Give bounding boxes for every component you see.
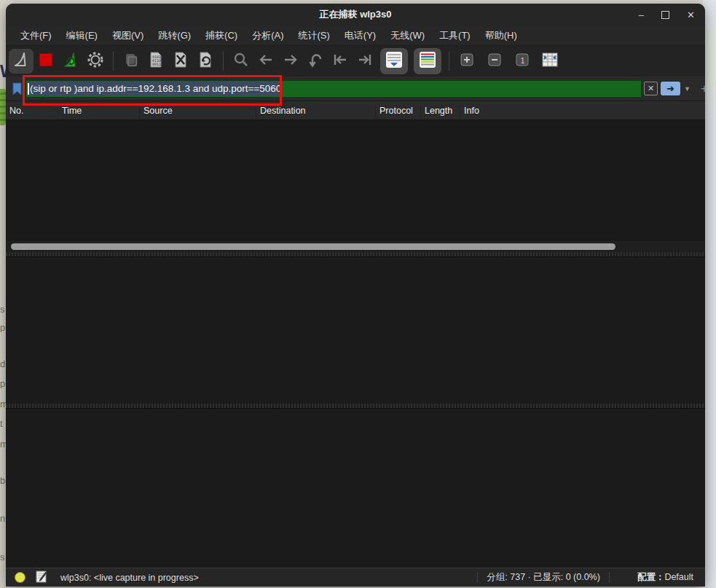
column-header-info[interactable]: Info bbox=[460, 106, 705, 119]
stop-capture-button[interactable] bbox=[34, 49, 58, 74]
menu-file[interactable]: 文件(F) bbox=[13, 27, 59, 44]
minimize-button[interactable]: – bbox=[639, 10, 644, 20]
zoom-in-button[interactable] bbox=[455, 49, 479, 74]
packet-list-header: No. Time Source Destination Protocol Len… bbox=[6, 101, 705, 120]
search-icon bbox=[232, 51, 250, 71]
column-header-no[interactable]: No. bbox=[6, 106, 58, 119]
desktop-background bbox=[705, 29, 716, 568]
arrow-left-icon bbox=[257, 51, 275, 71]
title-bar[interactable]: 正在捕获 wlp3s0 – ✕ bbox=[6, 4, 705, 26]
resize-columns-icon bbox=[541, 51, 559, 71]
auto-scroll-button[interactable] bbox=[380, 48, 408, 74]
auto-scroll-icon bbox=[385, 50, 404, 72]
reload-file-button[interactable] bbox=[193, 49, 218, 74]
close-button[interactable]: ✕ bbox=[687, 10, 695, 20]
column-header-destination[interactable]: Destination bbox=[256, 106, 376, 119]
filter-expression: (sip or rtp )and ip.addr==192.168.1.3 an… bbox=[29, 82, 282, 95]
reload-file-icon bbox=[197, 51, 214, 71]
gear-icon bbox=[86, 50, 105, 72]
find-packet-button[interactable] bbox=[229, 49, 253, 74]
column-header-source[interactable]: Source bbox=[140, 106, 256, 119]
toolbar-separator bbox=[223, 52, 224, 71]
display-filter-input[interactable]: (sip or rtp )and ip.addr==192.168.1.3 an… bbox=[25, 80, 642, 98]
go-first-packet-button[interactable] bbox=[328, 49, 353, 74]
filter-dropdown-caret[interactable]: ▼ bbox=[684, 85, 691, 93]
capture-comment-icon[interactable] bbox=[36, 571, 47, 585]
zoom-100-button[interactable]: 1 bbox=[510, 49, 535, 74]
packet-counts-text: 分组: 737 · 已显示: 0 (0.0%) bbox=[487, 571, 600, 584]
close-file-icon bbox=[172, 51, 189, 71]
zoom-100-icon: 1 bbox=[514, 52, 530, 71]
column-header-time[interactable]: Time bbox=[58, 106, 140, 119]
menu-go[interactable]: 跳转(G) bbox=[151, 27, 198, 44]
apply-filter-button[interactable]: ➜ bbox=[661, 82, 680, 95]
menu-wireless[interactable]: 无线(W) bbox=[383, 27, 432, 44]
shark-fin-icon bbox=[12, 50, 31, 72]
open-file-icon bbox=[122, 51, 140, 71]
expert-info-icon[interactable] bbox=[15, 572, 25, 583]
menu-telephony[interactable]: 电话(Y) bbox=[337, 27, 383, 44]
zoom-out-icon bbox=[487, 52, 503, 71]
menu-tools[interactable]: 工具(T) bbox=[432, 27, 478, 44]
packet-details-pane[interactable] bbox=[6, 256, 705, 404]
horizontal-scrollbar[interactable] bbox=[6, 240, 705, 253]
svg-text:0011: 0011 bbox=[152, 62, 161, 66]
profile-section[interactable]: 配置：Default bbox=[637, 571, 693, 584]
capture-options-button[interactable] bbox=[83, 49, 108, 74]
close-file-button[interactable] bbox=[168, 49, 193, 74]
go-last-packet-button[interactable] bbox=[353, 49, 377, 74]
stop-square-icon bbox=[37, 51, 55, 71]
toolbar-separator bbox=[449, 52, 449, 71]
profile-label: 配置： bbox=[637, 572, 665, 582]
column-header-protocol[interactable]: Protocol bbox=[376, 106, 421, 119]
go-forward-button[interactable] bbox=[278, 49, 303, 74]
open-file-button[interactable] bbox=[119, 49, 143, 74]
goto-arrow-icon bbox=[307, 51, 324, 71]
arrow-right-icon bbox=[282, 51, 299, 71]
restart-capture-button[interactable] bbox=[58, 49, 83, 74]
toolbar-separator bbox=[113, 52, 114, 71]
filter-bar: (sip or rtp )and ip.addr==192.168.1.3 an… bbox=[6, 77, 705, 101]
window-title: 正在捕获 wlp3s0 bbox=[320, 8, 392, 21]
save-file-button[interactable]: 010101100011 bbox=[143, 49, 168, 74]
svg-text:1: 1 bbox=[521, 56, 525, 65]
scrollbar-thumb[interactable] bbox=[11, 243, 615, 250]
capture-status-text: wlp3s0: <live capture in progress> bbox=[60, 573, 468, 583]
zoom-in-icon bbox=[459, 52, 475, 71]
colorize-icon bbox=[418, 50, 437, 72]
packet-list-pane[interactable] bbox=[6, 120, 705, 240]
save-file-icon: 010101100011 bbox=[147, 51, 165, 71]
status-bar: wlp3s0: <live capture in progress> 分组: 7… bbox=[6, 568, 705, 587]
add-filter-button[interactable]: + bbox=[701, 82, 705, 96]
last-packet-icon bbox=[356, 51, 374, 71]
menu-capture[interactable]: 捕获(C) bbox=[198, 27, 245, 44]
zoom-out-button[interactable] bbox=[482, 49, 507, 74]
go-to-packet-button[interactable] bbox=[303, 49, 328, 74]
menu-edit[interactable]: 编辑(E) bbox=[59, 27, 105, 44]
maximize-button[interactable] bbox=[661, 11, 669, 19]
menu-bar: 文件(F) 编辑(E) 视图(V) 跳转(G) 捕获(C) 分析(A) 统计(S… bbox=[6, 26, 705, 46]
statusbar-separator bbox=[477, 572, 478, 583]
desktop-background-icon bbox=[0, 89, 6, 125]
column-header-length[interactable]: Length bbox=[421, 106, 460, 119]
first-packet-icon bbox=[331, 51, 349, 71]
statusbar-separator bbox=[609, 572, 610, 583]
wireshark-window: 正在捕获 wlp3s0 – ✕ 文件(F) 编辑(E) 视图(V) 跳转(G) … bbox=[6, 4, 705, 587]
profile-value: Default bbox=[664, 572, 693, 582]
menu-analyze[interactable]: 分析(A) bbox=[245, 27, 291, 44]
packet-bytes-pane[interactable] bbox=[6, 408, 705, 568]
start-capture-button[interactable] bbox=[9, 49, 34, 74]
menu-help[interactable]: 帮助(H) bbox=[478, 27, 524, 44]
main-toolbar: 010101100011 bbox=[6, 46, 705, 77]
colorize-button[interactable] bbox=[414, 48, 441, 74]
filter-bookmark-icon[interactable] bbox=[10, 82, 23, 96]
restart-shark-fin-icon bbox=[61, 50, 80, 72]
menu-statistics[interactable]: 统计(S) bbox=[291, 27, 337, 44]
go-back-button[interactable] bbox=[253, 49, 278, 74]
resize-columns-button[interactable] bbox=[538, 49, 562, 74]
menu-view[interactable]: 视图(V) bbox=[105, 27, 151, 44]
clear-filter-button[interactable]: ✕ bbox=[644, 82, 658, 95]
